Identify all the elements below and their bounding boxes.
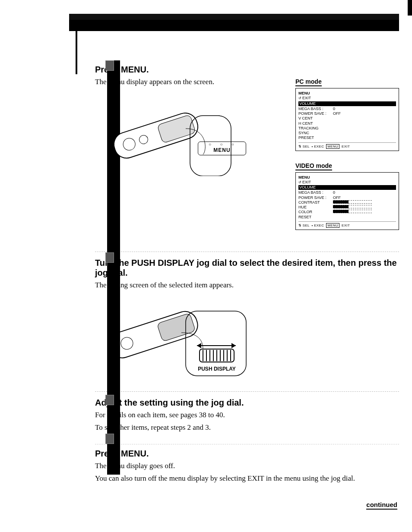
osd-row-key: SYNC [298, 131, 330, 135]
step-4-body-2: You can also turn off the menu display b… [95, 474, 399, 484]
step-number-2 [105, 252, 114, 263]
osd-row-key: V CENT [298, 116, 330, 121]
osd-row: H CENT [298, 121, 396, 126]
pc-mode-osd: MENU EXIT VOLUME MEGA BASS :0POWER SAVE … [295, 88, 399, 151]
osd-row: RESET [298, 215, 396, 220]
step-number-1 [105, 60, 114, 71]
step-4: Press MENU. The menu display goes off. Y… [95, 444, 399, 484]
osd-row-key: MEGA BASS : [298, 107, 330, 111]
osd-hint: ⇅ SEL • EXEC MENU EXIT [298, 224, 396, 228]
osd-row-key: COLOR [298, 210, 330, 214]
osd-row-bar [333, 210, 372, 213]
step-4-title: Press MENU. [95, 449, 399, 459]
osd-hint: ⇅ SEL • EXEC MENU EXIT [298, 145, 396, 149]
step-1-title: Press MENU. [95, 65, 399, 75]
osd-row-key: HUE [298, 205, 330, 210]
step-2-body: The setting screen of the selected item … [95, 280, 399, 290]
osd-examples: PC mode MENU EXIT VOLUME MEGA BASS :0POW… [295, 77, 399, 240]
video-rows: MEGA BASS :0POWER SAVE :OFFCONTRASTHUECO… [298, 190, 396, 220]
osd-row-value: OFF [333, 111, 341, 116]
osd-row-key: POWER SAVE : [298, 111, 330, 116]
osd-row-key: MEGA BASS : [298, 190, 330, 195]
osd-row-bar [333, 200, 372, 204]
step-3-body-2: To set other items, repeat steps 2 and 3… [95, 423, 399, 433]
osd-row-key: PRESET [298, 135, 330, 140]
pc-rows: MEGA BASS :0POWER SAVE :OFFV CENTH CENTT… [298, 107, 396, 141]
jog-dial-label: PUSH DISPLAY [198, 366, 236, 372]
osd-row-value: 0 [333, 190, 335, 195]
hint-exit: EXIT [342, 145, 350, 148]
menu-button-callout: ○ ○ ○ MENU [198, 142, 246, 155]
pc-mode-title: PC mode [295, 78, 322, 86]
osd-row: SYNC [298, 131, 396, 135]
step-3-body-1: For details on each item, see pages 38 t… [95, 410, 399, 420]
hint-sel: SEL [303, 145, 310, 148]
osd-row-key: CONTRAST [298, 200, 330, 205]
osd-row: V CENT [298, 116, 396, 121]
manual-page: Press MENU. The menu display appears on … [0, 0, 412, 532]
step-3: Adjust the setting using the jog dial. F… [95, 391, 399, 433]
osd-row: TRACKING [298, 126, 396, 131]
step-number-4 [105, 434, 114, 444]
osd-row: COLOR [298, 210, 396, 214]
osd-row: CONTRAST [298, 200, 396, 205]
osd-selected-row: VOLUME [298, 101, 396, 106]
page-header-bar [69, 14, 399, 31]
osd-row-key: H CENT [298, 121, 330, 126]
hint-exit: EXIT [342, 224, 350, 227]
hint-sel: SEL [303, 224, 310, 227]
osd-row-key: RESET [298, 215, 330, 220]
svg-rect-7 [157, 313, 196, 342]
continued-marker: continued [366, 501, 397, 510]
osd-exit: EXIT [298, 180, 396, 185]
hint-menu: MENU [326, 223, 339, 228]
osd-selected-key: VOLUME [299, 185, 316, 190]
step-number-3 [105, 395, 114, 405]
osd-row: PRESET [298, 135, 396, 140]
step-2-title: Turn the PUSH DISPLAY jog dial to select… [95, 258, 399, 278]
osd-header: MENU [298, 91, 396, 96]
osd-selected-row: VOLUME [298, 185, 396, 190]
hint-exec: EXEC [314, 145, 324, 148]
video-mode-title: VIDEO mode [295, 162, 332, 170]
osd-row-key: POWER SAVE : [298, 195, 330, 200]
hint-exec: EXEC [314, 224, 324, 227]
step-1: Press MENU. The menu display appears on … [95, 13, 399, 240]
hint-menu: MENU [326, 144, 339, 149]
menu-button-label: MENU [198, 147, 246, 153]
osd-row-value: OFF [333, 195, 341, 200]
osd-row: POWER SAVE :OFF [298, 111, 396, 116]
scan-edge [408, 0, 412, 16]
osd-header: MENU [298, 175, 396, 180]
osd-row-key: TRACKING [298, 126, 330, 131]
osd-exit: EXIT [298, 96, 396, 101]
osd-row: HUE [298, 205, 396, 210]
menu-button-dots: ○ ○ ○ [198, 143, 246, 146]
step-2: Turn the PUSH DISPLAY jog dial to select… [95, 252, 399, 380]
osd-row: POWER SAVE :OFF [298, 195, 396, 200]
step-4-body-1: The menu display goes off. [95, 461, 399, 471]
osd-row-value: 0 [333, 107, 335, 111]
osd-selected-key: VOLUME [299, 101, 316, 106]
step-3-title: Adjust the setting using the jog dial. [95, 398, 399, 408]
osd-row: MEGA BASS :0 [298, 190, 396, 195]
osd-row: MEGA BASS :0 [298, 107, 396, 111]
remote-illustration [95, 90, 233, 176]
video-mode-osd: MENU EXIT VOLUME MEGA BASS :0POWER SAVE … [295, 172, 399, 230]
step-1-body: The menu display appears on the screen. [95, 77, 282, 87]
osd-row-bar [333, 205, 372, 208]
figure-remote-menu: ○ ○ ○ MENU [95, 90, 233, 176]
